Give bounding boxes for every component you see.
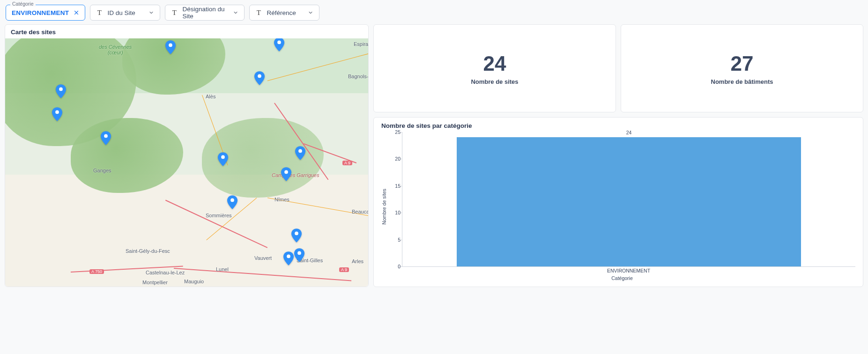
- filter-site-id: T ID du Site: [90, 5, 160, 21]
- map-pin[interactable]: [281, 167, 291, 181]
- map-town-label: Mauguio: [184, 279, 204, 284]
- map-card: Carte des sites des Cévennes(cœur)AlèsGa…: [5, 24, 369, 287]
- stats-row: 24 Nombre de sites 27 Nombre de bâtiment…: [373, 24, 863, 112]
- road-badge: A 9: [342, 161, 352, 165]
- road-badge: A 750: [89, 269, 104, 274]
- filter-category-value: ENVIRONNEMENT: [12, 9, 69, 16]
- chevron-down-icon: [233, 10, 238, 15]
- map-pin[interactable]: [295, 146, 305, 160]
- filter-reference-pill[interactable]: T Référence: [249, 5, 319, 21]
- chart-ytick: 25: [389, 129, 401, 135]
- chart-plot[interactable]: 051015202524: [402, 132, 855, 267]
- filter-reference: T Référence: [249, 5, 319, 21]
- filter-bar: Catégorie ENVIRONNEMENT T ID du Site T D…: [0, 0, 868, 24]
- map-pin[interactable]: [165, 40, 176, 54]
- clear-category-icon[interactable]: [74, 10, 79, 15]
- map-town-label: Beaucaire: [352, 209, 368, 214]
- map-town-label: Espira: [354, 41, 368, 47]
- text-icon: T: [171, 9, 178, 17]
- map-title: Carte des sites: [5, 25, 368, 36]
- chart-ytick: 20: [389, 156, 401, 162]
- chart-xcategory: ENVIRONNEMENT: [402, 268, 855, 273]
- map-town-label: des Cévennes(cœur): [99, 44, 132, 55]
- text-icon: T: [96, 9, 103, 17]
- chart-ytick: 5: [389, 237, 401, 243]
- map-town-label: Lunel: [216, 266, 229, 272]
- stat-sites-value: 24: [483, 52, 506, 75]
- filter-site-id-pill[interactable]: T ID du Site: [90, 5, 160, 21]
- map-town-label: Vauvert: [254, 255, 272, 261]
- filter-designation: T Désignation du Site: [165, 5, 245, 21]
- map-town-label: Montpellier: [142, 280, 168, 285]
- chart-xlabel: Catégorie: [389, 275, 855, 281]
- map-town-label: Alès: [206, 94, 215, 99]
- map[interactable]: des Cévennes(cœur)AlèsGangesNîmesSommièr…: [5, 38, 368, 287]
- chart-ylabel: Nombre de sites: [381, 189, 387, 224]
- stat-buildings: 27 Nombre de bâtiments: [621, 24, 863, 112]
- map-town-label: Sommières: [206, 213, 232, 218]
- chart-ytick: 15: [389, 183, 401, 189]
- right-column: 24 Nombre de sites 27 Nombre de bâtiment…: [373, 24, 863, 287]
- stat-buildings-label: Nombre de bâtiments: [711, 78, 773, 85]
- map-pin[interactable]: [283, 251, 294, 266]
- map-town-label: Ganges: [93, 168, 111, 173]
- map-town-label: Arles: [352, 258, 364, 264]
- map-pin[interactable]: [52, 107, 62, 121]
- filter-designation-label: Désignation du Site: [182, 6, 228, 20]
- map-pin[interactable]: [227, 195, 237, 209]
- chevron-down-icon: [308, 10, 313, 15]
- text-icon: T: [255, 9, 262, 17]
- stat-buildings-value: 27: [731, 52, 754, 75]
- road-badge: A 9: [339, 267, 349, 272]
- map-pin[interactable]: [218, 152, 228, 166]
- filter-designation-pill[interactable]: T Désignation du Site: [165, 5, 245, 21]
- map-town-label: Bagnols-sur-Cèze: [348, 74, 368, 79]
- chart-card: Nombre de sites par catégorie Nombre de …: [373, 117, 863, 287]
- map-town-label: Nîmes: [274, 197, 289, 202]
- map-pin[interactable]: [56, 84, 66, 98]
- filter-category: Catégorie ENVIRONNEMENT: [6, 5, 85, 21]
- main-grid: Carte des sites des Cévennes(cœur)AlèsGa…: [0, 24, 868, 292]
- chart-ytick: 10: [389, 210, 401, 215]
- filter-category-label: Catégorie: [10, 1, 36, 7]
- map-town-label: Camp des Garrigues: [272, 172, 319, 178]
- chart: Nombre de sites 051015202524 ENVIRONNEME…: [381, 132, 855, 281]
- chart-bar-label: 24: [457, 130, 801, 135]
- map-town-label: Saint-Gély-du-Fesc: [126, 248, 170, 254]
- map-pin[interactable]: [254, 71, 265, 85]
- filter-category-pill[interactable]: ENVIRONNEMENT: [6, 5, 85, 21]
- map-pin[interactable]: [101, 131, 111, 145]
- map-pin[interactable]: [294, 248, 304, 262]
- map-town-label: Castelnau-le-Lez: [146, 270, 185, 275]
- chart-ytick: 0: [389, 264, 401, 269]
- stat-sites: 24 Nombre de sites: [373, 24, 616, 112]
- map-pin[interactable]: [291, 229, 302, 243]
- filter-site-id-label: ID du Site: [107, 9, 144, 16]
- map-pin[interactable]: [274, 38, 284, 52]
- chevron-down-icon: [148, 10, 154, 15]
- filter-reference-label: Référence: [267, 9, 303, 16]
- stat-sites-label: Nombre de sites: [471, 78, 518, 85]
- chart-bar[interactable]: 24: [457, 137, 801, 266]
